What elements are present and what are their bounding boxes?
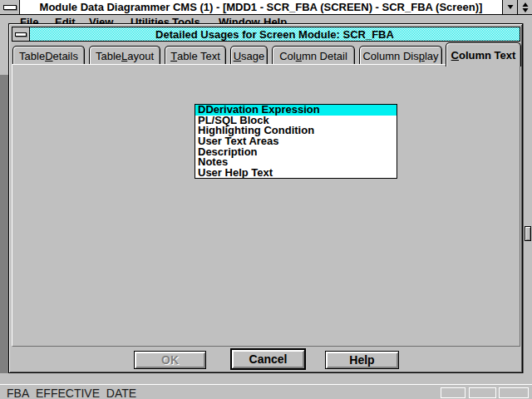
help-button[interactable]: Help [325,351,399,369]
window-title: Module Data Diagrammer CMS (1) - [MDD1 -… [20,1,502,13]
status-panel [499,387,529,398]
dropdown-option[interactable]: User Help Text [195,168,397,179]
minimize-button[interactable] [502,0,517,14]
restore-button[interactable] [517,0,532,14]
restore-up-icon [522,2,528,7]
tab-label-accel: p [419,50,425,62]
workspace-scrollbar-strip [523,23,532,384]
tab-label: lay [425,50,439,62]
tab-label-accel: L [121,50,127,62]
menu-item-tools[interactable]: Tools [172,16,200,23]
tab-table-layout[interactable]: Table Layout [89,46,160,65]
tab-label: etails [53,50,78,62]
tab-label-accel: C [451,49,459,62]
tab-table-details[interactable]: Table Details [12,46,85,65]
menu-item-view[interactable]: View [89,16,113,23]
tab-label-accel: U [234,50,241,62]
tab-column-display[interactable]: Column Display [359,46,442,65]
status-panel [469,387,496,398]
dialog-title: Detailed Usages for Screen Module: SCR_F… [30,27,520,41]
workspace-scrollbar-thumb[interactable] [525,226,531,241]
tab-label: Table [19,50,45,62]
status-bar: FBA_EFFECTIVE_DATE [0,384,532,399]
menu-item-utilities[interactable]: Utilities [131,16,170,23]
type-dropdown-list[interactable]: DDerivation Expression PL/SQL Block High… [195,104,397,179]
tab-label-accel: u [296,50,302,62]
tab-label: Table [96,50,121,62]
dialog-title-bar: Detailed Usages for Screen Module: SCR_F… [12,27,520,42]
ok-button[interactable]: OK [134,351,206,369]
tab-label: Col [279,50,296,62]
tab-usage[interactable]: Usage [230,46,268,65]
system-menu-icon [3,5,17,10]
menu-item-help[interactable]: Help [264,16,287,23]
tab-label: ayout [127,50,154,62]
status-text: FBA_EFFECTIVE_DATE [7,387,136,399]
tab-label: mn Detail [302,50,347,62]
restore-down-icon [522,8,528,12]
status-panel [441,387,466,398]
tab-table-text[interactable]: Table Text [165,46,226,65]
window-title-bar: Module Data Diagrammer CMS (1) - [MDD1 -… [0,0,532,15]
tab-label-accel: D [45,50,52,62]
tab-label: able Text [177,50,220,62]
tab-label-accel: T [170,50,177,62]
cancel-button[interactable]: Cancel [230,348,306,370]
dialog-system-menu-icon [15,32,27,37]
screen: Module Data Diagrammer CMS (1) - [MDD1 -… [0,0,532,399]
background-app-strip [0,373,532,384]
detailed-usages-dialog: Detailed Usages for Screen Module: SCR_F… [8,23,523,373]
menu-item-file[interactable]: File [20,16,38,23]
tab-label: sage [241,50,264,62]
menu-bar: File Edit View Utilities Tools Window He… [0,15,532,23]
tab-column-detail[interactable]: Column Detail [272,46,355,65]
tab-column-text[interactable]: Column Text [446,42,521,66]
minimize-icon [507,5,513,9]
workspace-left-edge-top [0,23,8,75]
menu-item-edit[interactable]: Edit [55,16,76,23]
window-system-menu-button[interactable] [0,0,20,14]
tab-label: Column Dis [362,50,418,62]
dialog-system-menu-button[interactable] [12,27,30,41]
tab-label: olumn Text [459,49,515,62]
workspace-left-edge [0,75,8,384]
menu-item-window[interactable]: Window [219,16,260,23]
